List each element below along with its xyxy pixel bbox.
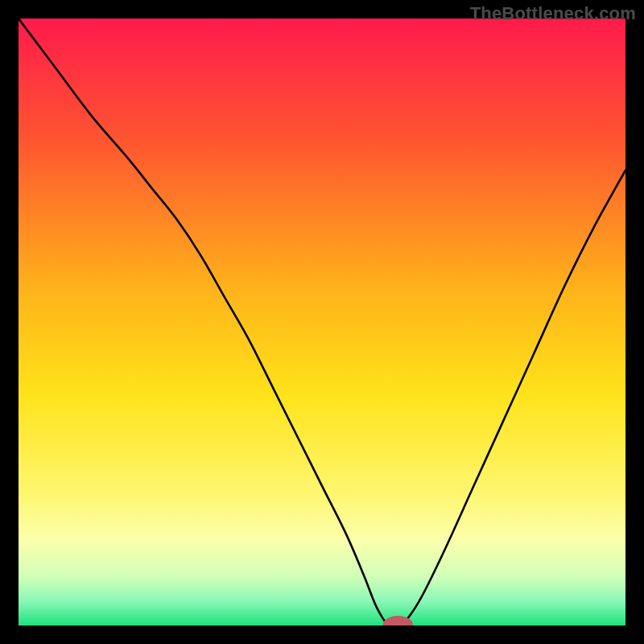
gradient-background bbox=[19, 19, 625, 625]
chart-svg bbox=[19, 19, 625, 625]
plot-area bbox=[19, 19, 625, 625]
watermark-text: TheBottleneck.com bbox=[470, 3, 636, 24]
optimal-point-marker bbox=[386, 619, 410, 625]
chart-frame: TheBottleneck.com bbox=[0, 0, 644, 644]
